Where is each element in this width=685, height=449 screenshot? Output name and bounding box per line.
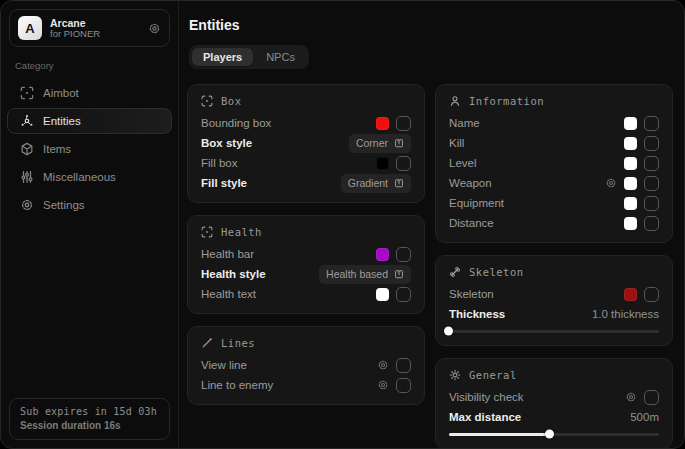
setting-row-kill: Kill [449,133,659,153]
gear-icon[interactable] [605,177,617,189]
name-checkbox[interactable] [644,116,659,131]
gear-icon [20,198,34,212]
gear-icon[interactable] [377,379,389,391]
distance-checkbox[interactable] [644,216,659,231]
card-title: Information [469,95,544,107]
setting-row-line-to-enemy: Line to enemy [201,375,411,395]
sun-icon [449,369,461,381]
bounding-box-icon [201,95,213,107]
max-distance-value: 500m [630,411,659,423]
session-duration-text: Session duration 16s [20,420,159,431]
sidebar: A Arcane for PIONER Category Aimbot Enti… [1,1,179,448]
sidebar-item-aimbot[interactable]: Aimbot [7,80,172,106]
setting-row-weapon: Weapon [449,173,659,193]
skeleton-card: Skeleton Skeleton Thickness 1.0 thicknes… [435,255,673,346]
fill-box-checkbox[interactable] [396,156,411,171]
sub-expires-text: Sub expires in 15d 03h [20,406,159,417]
fill-style-dropdown[interactable]: Gradient [341,174,411,193]
brand-gear-icon[interactable] [148,22,161,35]
sidebar-item-settings[interactable]: Settings [7,192,172,218]
color-swatch[interactable] [624,288,637,301]
view-line-checkbox[interactable] [396,358,411,373]
setting-row-fill-style: Fill style Gradient [201,173,411,193]
setting-row-health-style: Health style Health based [201,264,411,284]
category-label: Category [15,60,164,71]
equipment-checkbox[interactable] [644,196,659,211]
kill-checkbox[interactable] [644,136,659,151]
sidebar-item-miscellaneous[interactable]: Miscellaneous [7,164,172,190]
card-title: Box [221,95,241,107]
sidebar-item-entities[interactable]: Entities [7,108,172,134]
sidebar-item-label: Settings [43,199,85,211]
color-swatch[interactable] [624,117,637,130]
app-logo: A [18,16,42,40]
slider-handle[interactable] [545,430,554,439]
bounding-box-checkbox[interactable] [396,116,411,131]
health-bar-checkbox[interactable] [396,247,411,262]
setting-row-health-text: Health text [201,284,411,304]
sidebar-item-label: Miscellaneous [43,171,116,183]
color-swatch[interactable] [376,157,389,170]
subscription-info-card: Sub expires in 15d 03h Session duration … [9,398,170,440]
color-swatch[interactable] [376,117,389,130]
visibility-check-checkbox[interactable] [644,390,659,405]
page-title: Entities [189,17,673,33]
setting-row-health-bar: Health bar [201,244,411,264]
setting-row-distance: Distance [449,213,659,233]
cards-grid: Box Bounding box Box style Corner [187,84,673,449]
right-column: Information Name Kill [435,84,673,449]
color-swatch[interactable] [376,288,389,301]
health-style-dropdown[interactable]: Health based [319,265,411,284]
color-swatch[interactable] [624,157,637,170]
sidebar-item-label: Aimbot [43,87,79,99]
entities-orbit-icon [20,114,34,128]
diagonal-line-icon [201,337,213,349]
setting-row-level: Level [449,153,659,173]
tab-players[interactable]: Players [192,48,253,66]
general-card: General Visibility check Max distance [435,358,673,449]
box-style-dropdown[interactable]: Corner [349,134,411,153]
setting-row-equipment: Equipment [449,193,659,213]
card-title: Health [221,226,262,238]
setting-row-skeleton: Skeleton [449,284,659,304]
setting-row-box-style: Box style Corner [201,133,411,153]
weapon-checkbox[interactable] [644,176,659,191]
thickness-slider[interactable] [449,326,659,336]
bounding-box-icon [201,226,213,238]
tab-npcs[interactable]: NPCs [255,48,306,66]
color-swatch[interactable] [624,137,637,150]
bone-icon [449,266,461,278]
expand-icon [394,269,404,279]
setting-row-fill-box: Fill box [201,153,411,173]
setting-row-max-distance: Max distance 500m [449,407,659,427]
line-to-enemy-checkbox[interactable] [396,378,411,393]
color-swatch[interactable] [624,177,637,190]
tab-bar: Players NPCs [189,45,309,69]
color-swatch[interactable] [624,197,637,210]
sliders-icon [20,170,34,184]
thickness-value: 1.0 thickness [592,308,659,320]
skeleton-checkbox[interactable] [644,287,659,302]
setting-row-visibility-check: Visibility check [449,387,659,407]
gear-icon[interactable] [377,359,389,371]
sidebar-item-items[interactable]: Items [7,136,172,162]
setting-row-bounding-box: Bounding box [201,113,411,133]
setting-row-thickness: Thickness 1.0 thickness [449,304,659,324]
color-swatch[interactable] [376,248,389,261]
app-window: A Arcane for PIONER Category Aimbot Enti… [0,0,685,449]
level-checkbox[interactable] [644,156,659,171]
health-text-checkbox[interactable] [396,287,411,302]
max-distance-slider[interactable] [449,429,659,439]
sidebar-item-label: Items [43,143,71,155]
health-card: Health Health bar Health style Health ba… [187,215,425,314]
left-column: Box Bounding box Box style Corner [187,84,425,449]
slider-handle[interactable] [444,327,453,336]
card-title: Lines [221,337,255,349]
color-swatch[interactable] [624,217,637,230]
main-content: Entities Players NPCs Box Bounding box [179,1,685,448]
app-subtitle: for PIONER [50,29,140,40]
cube-icon [20,142,34,156]
sidebar-item-label: Entities [43,115,81,127]
gear-icon[interactable] [625,391,637,403]
person-icon [449,95,461,107]
